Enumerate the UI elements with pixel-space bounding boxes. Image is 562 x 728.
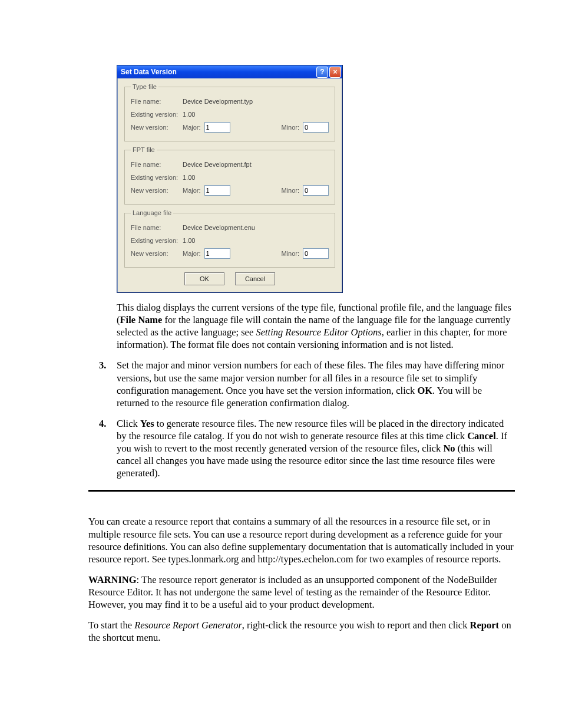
help-icon[interactable]: ? <box>316 67 328 78</box>
new-version-label: New version: <box>131 250 183 257</box>
fpt-file-group: FPT file File name: Device Development.f… <box>124 146 335 205</box>
numbered-steps: Set the major and minor version numbers … <box>88 359 515 479</box>
ok-button[interactable]: OK <box>184 272 224 285</box>
existing-version-value: 1.00 <box>183 237 329 244</box>
step-3: Set the major and minor version numbers … <box>88 359 515 409</box>
resource-report-paragraph: You can create a resource report that co… <box>88 515 515 565</box>
text-run: , right-click the resource you wish to r… <box>242 620 470 631</box>
language-file-group: Language file File name: Device Developm… <box>124 209 335 268</box>
dialog-description-paragraph: This dialog displays the current version… <box>117 301 515 351</box>
file-name-label: File name: <box>131 98 183 105</box>
bold-text: Report <box>470 620 499 631</box>
bold-text: WARNING <box>88 574 137 585</box>
lang-minor-input[interactable] <box>303 248 329 259</box>
fpt-minor-input[interactable] <box>303 185 329 196</box>
dialog-titlebar[interactable]: Set Data Version ? × <box>117 65 342 78</box>
file-name-label: File name: <box>131 161 183 168</box>
text-run: To start the <box>88 620 134 631</box>
file-name-label: File name: <box>131 224 183 231</box>
bold-text: Yes <box>140 418 154 429</box>
group-legend: Language file <box>131 209 173 216</box>
close-icon[interactable]: × <box>329 67 341 78</box>
file-name-value: Device Development.enu <box>183 224 329 231</box>
fpt-major-input[interactable] <box>204 185 230 196</box>
cancel-button[interactable]: Cancel <box>235 272 275 285</box>
new-version-label: New version: <box>131 187 183 194</box>
existing-version-label: Existing version: <box>131 111 183 118</box>
existing-version-label: Existing version: <box>131 237 183 244</box>
existing-version-label: Existing version: <box>131 174 183 181</box>
file-name-value: Device Development.fpt <box>183 161 329 168</box>
major-label: Major: <box>183 124 201 131</box>
minor-label: Minor: <box>281 250 299 257</box>
bold-text: Cancel <box>467 430 496 442</box>
group-legend: FPT file <box>131 146 157 153</box>
minor-label: Minor: <box>281 124 299 131</box>
minor-label: Minor: <box>281 187 299 194</box>
major-label: Major: <box>183 187 201 194</box>
new-version-label: New version: <box>131 124 183 131</box>
file-name-value: Device Development.typ <box>183 98 329 105</box>
major-label: Major: <box>183 250 201 257</box>
type-major-input[interactable] <box>204 122 230 133</box>
existing-version-value: 1.00 <box>183 111 329 118</box>
dialog-title: Set Data Version <box>121 68 316 76</box>
step-4: Click Yes to generate resource files. Th… <box>88 417 515 480</box>
italic-text: Resource Report Generator <box>134 620 242 631</box>
type-minor-input[interactable] <box>303 122 329 133</box>
bold-text: OK <box>417 385 432 396</box>
text-run: : The resource report generator is inclu… <box>88 574 497 610</box>
text-run: Click <box>117 418 140 429</box>
group-legend: Type file <box>131 83 158 90</box>
bold-text: No <box>443 443 455 454</box>
text-run: to generate resource files. The new reso… <box>117 418 504 442</box>
set-data-version-dialog: Set Data Version ? × Type file File name… <box>117 65 343 293</box>
italic-text: Setting Resource Editor Options <box>256 327 381 338</box>
type-file-group: Type file File name: Device Development.… <box>124 83 335 141</box>
section-divider <box>88 490 515 492</box>
bold-text: File Name <box>120 314 163 325</box>
lang-major-input[interactable] <box>204 248 230 259</box>
existing-version-value: 1.00 <box>183 174 329 181</box>
start-generator-paragraph: To start the Resource Report Generator, … <box>88 619 515 644</box>
warning-paragraph: WARNING: The resource report generator i… <box>88 574 515 611</box>
